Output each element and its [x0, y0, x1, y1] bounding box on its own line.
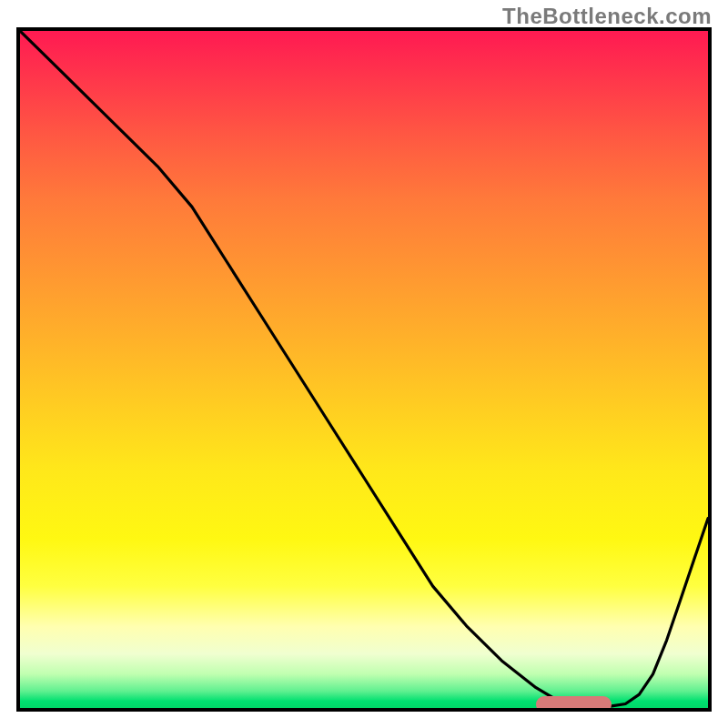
chart-container: TheBottleneck.com	[0, 0, 728, 728]
plot-area	[16, 27, 712, 712]
optimal-range-marker	[536, 696, 612, 712]
watermark-text: TheBottleneck.com	[502, 4, 712, 29]
bottleneck-curve	[20, 31, 708, 708]
